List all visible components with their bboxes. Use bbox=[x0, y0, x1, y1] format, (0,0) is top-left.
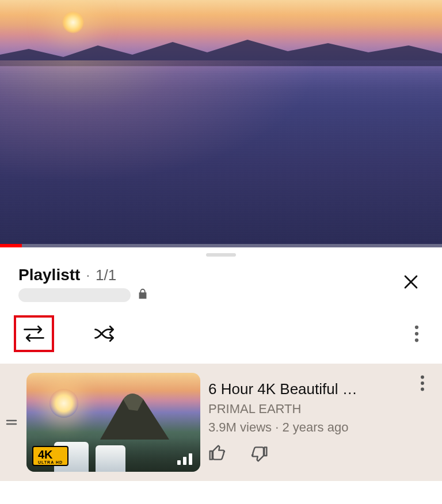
item-title: 6 Hour 4K Beautiful … bbox=[208, 380, 405, 398]
separator-dot: · bbox=[86, 267, 90, 283]
playlist-more-button[interactable] bbox=[405, 322, 428, 345]
playlist-title: Playlistt bbox=[18, 266, 80, 284]
svg-point-3 bbox=[421, 376, 424, 379]
playlist-header: Playlistt · 1/1 bbox=[0, 260, 442, 307]
video-thumbnail[interactable]: 4K ULTRA HD bbox=[26, 373, 200, 472]
item-stats: 3.9M views · 2 years ago bbox=[208, 420, 405, 435]
playlist-owner-redacted bbox=[18, 288, 131, 302]
drag-handle-icon[interactable] bbox=[5, 418, 18, 427]
badge-text: 4K bbox=[38, 448, 53, 461]
svg-point-2 bbox=[415, 338, 418, 342]
item-age: 2 years ago bbox=[282, 420, 348, 434]
like-button[interactable] bbox=[208, 444, 227, 465]
svg-point-4 bbox=[421, 381, 424, 385]
badge-subtext: ULTRA HD bbox=[38, 460, 63, 464]
loop-button[interactable] bbox=[14, 315, 54, 352]
item-views: 3.9M views bbox=[208, 420, 272, 434]
playlist-item[interactable]: 4K ULTRA HD 6 Hour 4K Beautiful … PRIMAL… bbox=[0, 364, 442, 481]
video-player[interactable] bbox=[0, 0, 442, 247]
dislike-button[interactable] bbox=[250, 444, 268, 465]
item-metadata: 6 Hour 4K Beautiful … PRIMAL EARTH 3.9M … bbox=[208, 380, 405, 465]
svg-point-5 bbox=[421, 388, 424, 391]
video-sunset-graphic bbox=[62, 12, 84, 33]
playlist-panel: Playlistt · 1/1 bbox=[0, 253, 442, 481]
video-progress-track[interactable] bbox=[0, 244, 442, 247]
playlist-position: 1/1 bbox=[96, 266, 116, 284]
svg-point-0 bbox=[415, 326, 418, 329]
playlist-controls bbox=[0, 307, 442, 364]
video-progress-fill bbox=[0, 244, 22, 247]
lock-icon bbox=[136, 288, 149, 303]
sheet-drag-handle[interactable] bbox=[206, 253, 236, 257]
video-water-graphic bbox=[0, 60, 442, 247]
svg-point-1 bbox=[415, 332, 418, 335]
shuffle-button[interactable] bbox=[89, 318, 121, 350]
item-channel: PRIMAL EARTH bbox=[208, 402, 405, 417]
now-playing-icon bbox=[177, 453, 192, 465]
item-more-button[interactable] bbox=[413, 375, 432, 391]
separator-dot: · bbox=[275, 420, 282, 434]
resolution-badge: 4K ULTRA HD bbox=[32, 446, 68, 466]
close-button[interactable] bbox=[397, 268, 425, 296]
